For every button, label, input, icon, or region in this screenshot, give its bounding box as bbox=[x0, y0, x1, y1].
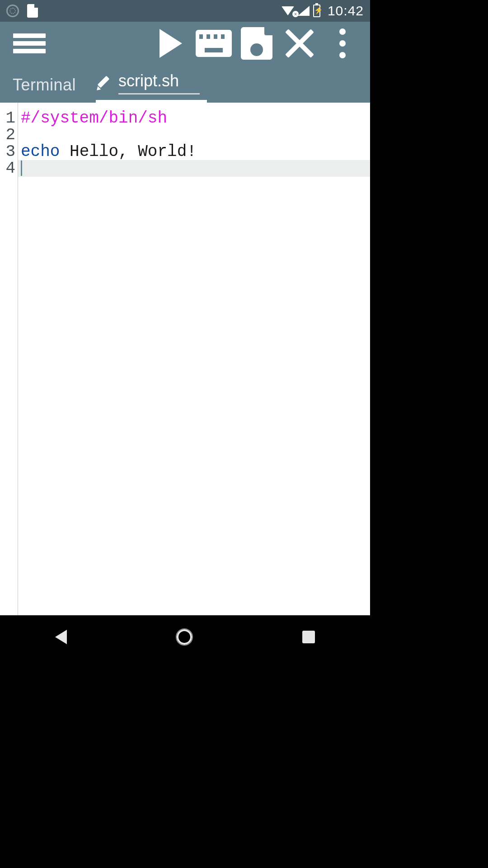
line-number: 4 bbox=[0, 160, 15, 177]
nav-recent-button[interactable] bbox=[302, 631, 315, 643]
screen: × 10:42 Terminal bbox=[0, 0, 370, 658]
save-button[interactable] bbox=[235, 22, 278, 65]
pencil-icon bbox=[96, 76, 109, 90]
android-nav-bar bbox=[0, 615, 370, 658]
back-triangle-icon bbox=[55, 630, 67, 644]
overflow-button[interactable] bbox=[321, 22, 364, 65]
line-number: 1 bbox=[0, 110, 15, 127]
nav-home-button[interactable] bbox=[177, 629, 192, 645]
status-clock: 10:42 bbox=[328, 3, 364, 19]
hamburger-icon bbox=[13, 31, 46, 56]
keyboard-button[interactable] bbox=[192, 22, 235, 65]
tab-editor[interactable] bbox=[96, 63, 207, 103]
keyboard-icon bbox=[196, 30, 232, 57]
code-editor[interactable]: 1234 #/system/bin/shecho Hello, World! bbox=[0, 103, 370, 615]
play-icon bbox=[160, 29, 182, 58]
filename-input[interactable] bbox=[118, 71, 200, 94]
code-line[interactable]: #/system/bin/sh bbox=[21, 110, 370, 127]
tab-bar: Terminal bbox=[0, 65, 370, 103]
cell-signal-icon bbox=[298, 6, 310, 16]
line-number-gutter: 1234 bbox=[0, 103, 18, 615]
loading-indicator-icon bbox=[6, 5, 19, 17]
text-cursor bbox=[21, 160, 22, 176]
current-line-highlight bbox=[18, 160, 370, 177]
line-number: 2 bbox=[0, 127, 15, 143]
wifi-no-internet-icon: × bbox=[292, 11, 299, 17]
line-number: 3 bbox=[0, 143, 15, 160]
tab-terminal[interactable]: Terminal bbox=[13, 67, 83, 103]
tab-terminal-label: Terminal bbox=[13, 75, 76, 94]
close-icon bbox=[284, 28, 315, 59]
android-status-bar: × 10:42 bbox=[0, 0, 370, 22]
save-icon bbox=[241, 27, 272, 60]
more-vertical-icon bbox=[339, 28, 346, 58]
menu-button[interactable] bbox=[6, 22, 49, 65]
recent-square-icon bbox=[302, 631, 315, 643]
home-circle-icon bbox=[177, 629, 192, 645]
battery-charging-icon bbox=[313, 5, 320, 17]
close-button[interactable] bbox=[278, 22, 321, 65]
app-toolbar bbox=[0, 22, 370, 65]
code-line[interactable]: echo Hello, World! bbox=[21, 143, 370, 160]
sd-card-icon bbox=[27, 4, 38, 18]
code-line[interactable] bbox=[21, 127, 370, 143]
run-button[interactable] bbox=[149, 22, 192, 65]
nav-back-button[interactable] bbox=[55, 630, 67, 644]
code-area[interactable]: #/system/bin/shecho Hello, World! bbox=[18, 103, 370, 615]
